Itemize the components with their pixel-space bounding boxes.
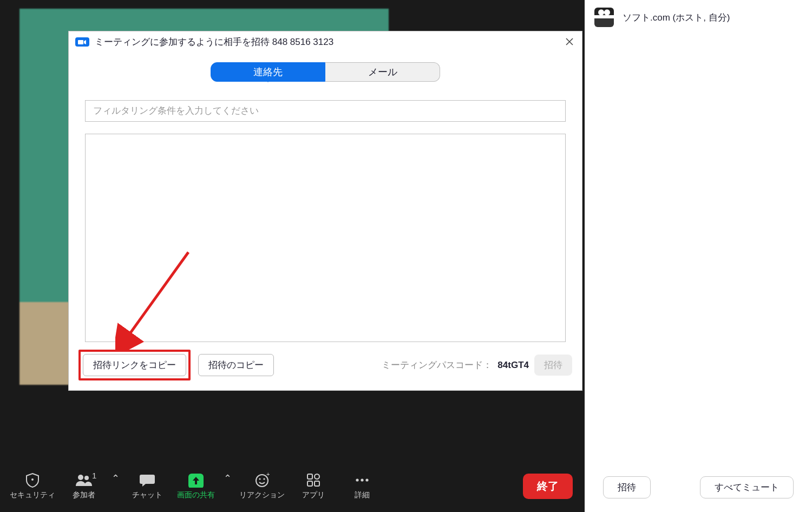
- toolbar-participants-label: 参加者: [73, 490, 95, 500]
- participants-icon: 1: [75, 472, 93, 488]
- share-screen-icon: [187, 472, 205, 488]
- contacts-list: [85, 134, 566, 342]
- tab-email-label: メール: [368, 65, 397, 78]
- tab-email[interactable]: メール: [325, 62, 440, 82]
- dialog-tabs: 連絡先 メール: [69, 62, 582, 82]
- participants-count: 1: [92, 471, 96, 480]
- svg-point-2: [31, 478, 34, 481]
- svg-point-3: [78, 475, 83, 480]
- meeting-main-area: ミーティングに参加するように相手を招待 848 8516 3123 連絡先 メー…: [0, 0, 585, 512]
- apps-icon: [306, 472, 321, 488]
- share-caret-icon[interactable]: ⌃: [220, 472, 235, 484]
- toolbar-more[interactable]: 詳細: [338, 472, 387, 500]
- toolbar-share[interactable]: 画面の共有: [172, 472, 220, 500]
- participants-caret-icon[interactable]: ⌃: [108, 472, 123, 484]
- annotation-highlight: 招待リンクをコピー: [78, 350, 191, 380]
- passcode-label: ミーティングパスコード：: [382, 359, 492, 371]
- svg-point-4: [84, 476, 89, 480]
- toolbar-more-label: 詳細: [355, 490, 370, 500]
- close-icon[interactable]: [565, 37, 574, 49]
- participants-panel: ソフト.com (ホスト, 自分) 招待 すべてミュート: [585, 0, 812, 512]
- svg-rect-12: [307, 481, 312, 486]
- tab-contacts-label: 連絡先: [253, 65, 283, 78]
- toolbar-reactions[interactable]: + リアクション: [235, 472, 289, 500]
- svg-point-7: [259, 478, 260, 480]
- svg-rect-10: [307, 474, 312, 479]
- participant-name: ソフト.com (ホスト, 自分): [623, 11, 730, 24]
- end-meeting-button[interactable]: 終了: [523, 474, 573, 499]
- toolbar-apps[interactable]: アプリ: [289, 472, 338, 500]
- toolbar-chat[interactable]: チャット: [123, 472, 172, 500]
- svg-rect-0: [78, 40, 83, 44]
- tab-contacts[interactable]: 連絡先: [211, 62, 325, 82]
- toolbar-participants[interactable]: 1 参加者: [60, 472, 108, 500]
- dialog-title-text: ミーティングに参加するように相手を招待 848 8516 3123: [95, 36, 333, 48]
- toolbar-apps-label: アプリ: [302, 490, 325, 500]
- toolbar-share-label: 画面の共有: [177, 490, 215, 500]
- toolbar-reactions-label: リアクション: [239, 490, 285, 500]
- meeting-toolbar: セキュリティ 1 参加者 ⌃ チャット 画面の共有 ⌃ +: [0, 460, 585, 512]
- svg-point-8: [263, 478, 265, 480]
- filter-input[interactable]: [85, 100, 566, 122]
- mute-all-button[interactable]: すべてミュート: [700, 476, 794, 498]
- svg-point-14: [356, 478, 358, 481]
- chat-icon: [139, 472, 155, 488]
- toolbar-security[interactable]: セキュリティ: [5, 472, 60, 500]
- svg-point-16: [365, 478, 368, 481]
- participants-panel-footer: 招待 すべてミュート: [585, 462, 812, 512]
- participant-row[interactable]: ソフト.com (ホスト, 自分): [585, 0, 812, 35]
- panel-invite-button[interactable]: 招待: [603, 476, 651, 498]
- avatar: [594, 8, 614, 27]
- dialog-titlebar: ミーティングに参加するように相手を招待 848 8516 3123: [69, 31, 582, 52]
- svg-point-15: [361, 478, 363, 481]
- copy-invite-button[interactable]: 招待のコピー: [198, 354, 274, 376]
- zoom-icon: [75, 37, 89, 47]
- copy-invite-link-button[interactable]: 招待リンクをコピー: [83, 354, 186, 376]
- svg-rect-13: [315, 481, 319, 486]
- toolbar-chat-label: チャット: [132, 490, 162, 500]
- passcode-value: 84tGT4: [497, 360, 529, 371]
- invite-button[interactable]: 招待: [534, 355, 572, 376]
- reactions-icon: +: [254, 472, 270, 488]
- more-icon: [355, 472, 370, 488]
- invite-dialog: ミーティングに参加するように相手を招待 848 8516 3123 連絡先 メー…: [68, 31, 582, 391]
- svg-text:+: +: [266, 472, 270, 477]
- shield-icon: [25, 472, 40, 488]
- toolbar-security-label: セキュリティ: [10, 490, 55, 500]
- svg-rect-11: [315, 474, 319, 479]
- dialog-footer: 招待リンクをコピー 招待のコピー ミーティングパスコード： 84tGT4 招待: [69, 342, 582, 390]
